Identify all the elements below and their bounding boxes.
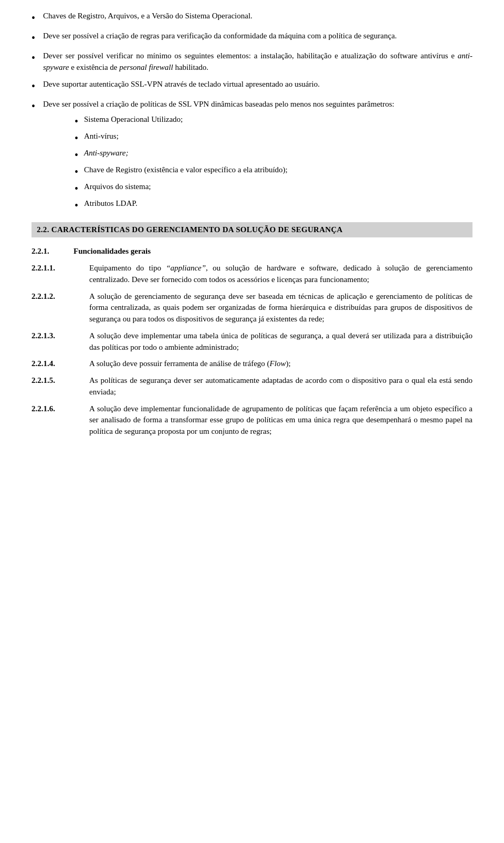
bullet-text-4: Deve suportar autenticação SSL-VPN atrav… xyxy=(43,79,472,90)
bullet-dot-5: • xyxy=(32,99,41,113)
inner-bullet-text-2: Anti-vírus; xyxy=(84,131,472,142)
section-2211-row: 2.2.1.1. Equipamento do tipo “appliance”… xyxy=(32,263,472,286)
section-heading-22: 2.2. Características do Gerenciamento da… xyxy=(32,222,472,237)
section-2211-content: Equipamento do tipo “appliance”, ou solu… xyxy=(89,263,472,286)
section-2213-row: 2.2.1.3. A solução deve implementar uma … xyxy=(32,330,472,353)
software-text: software xyxy=(391,51,418,60)
bullet-text-5: Deve ser possível a criação de políticas… xyxy=(43,99,472,217)
section-heading-number: 2.2. xyxy=(37,225,49,234)
section-221-label: 2.2.1. xyxy=(32,246,74,257)
section-2211-label: 2.2.1.1. xyxy=(32,263,89,274)
inner-bullet-text-5: Arquivos do sistema; xyxy=(84,181,472,193)
section-2214-label: 2.2.1.4. xyxy=(32,358,89,370)
inner-bullet-dot-1: • xyxy=(75,114,84,129)
section-2215-content: As políticas de segurança dever ser auto… xyxy=(89,375,472,398)
bullet-item-4: • Deve suportar autenticação SSL-VPN atr… xyxy=(32,79,472,93)
personal-firewall-text: personal firewall xyxy=(119,63,173,71)
section-2212-content: A solução de gerenciamento de segurança … xyxy=(89,291,472,325)
inner-bullets: • Sistema Operacional Utilizado; • Anti-… xyxy=(75,114,472,213)
inner-bullet-dot-6: • xyxy=(75,198,84,213)
section-2212-row: 2.2.1.2. A solução de gerenciamento de s… xyxy=(32,291,472,325)
section-2216-label: 2.2.1.6. xyxy=(32,403,89,415)
funcionalidades-title: Funcionalidades gerais xyxy=(74,247,151,255)
bullet-dot-2: • xyxy=(32,30,41,45)
bullet-text-1: Chaves de Registro, Arquivos, e a Versão… xyxy=(43,11,472,22)
inner-bullet-1: • Sistema Operacional Utilizado; xyxy=(75,114,472,129)
section-221-title: Funcionalidades gerais xyxy=(74,246,472,257)
bullet-item-3: • Dever ser possível verificar no mínimo… xyxy=(32,50,472,74)
section-2215-row: 2.2.1.5. As políticas de segurança dever… xyxy=(32,375,472,398)
inner-bullet-2: • Anti-vírus; xyxy=(75,131,472,145)
section-2213-content: A solução deve implementar uma tabela ún… xyxy=(89,330,472,353)
bullet-dot-4: • xyxy=(32,79,41,93)
inner-bullet-dot-3: • xyxy=(75,148,84,162)
inner-bullet-text-1: Sistema Operacional Utilizado; xyxy=(84,114,472,126)
section-2215-label: 2.2.1.5. xyxy=(32,375,89,387)
inner-bullet-dot-4: • xyxy=(75,164,84,179)
section-221-heading: 2.2.1. Funcionalidades gerais xyxy=(32,246,472,257)
inner-bullet-3: • Anti-spyware; xyxy=(75,148,472,162)
inner-bullet-dot-5: • xyxy=(75,181,84,196)
inner-bullet-text-4: Chave de Registro (existência e valor es… xyxy=(84,164,472,176)
bullet-item-2: • Deve ser possível a criação de regras … xyxy=(32,30,472,45)
section-2213-label: 2.2.1.3. xyxy=(32,330,89,342)
section-2216-content: A solução deve implementar funcionalidad… xyxy=(89,403,472,438)
inner-bullet-6: • Atributos LDAP. xyxy=(75,198,472,213)
bullet-text-3: Dever ser possível verificar no mínimo o… xyxy=(43,50,472,74)
bullet-item-5: • Deve ser possível a criação de polític… xyxy=(32,99,472,217)
section-2212-label: 2.2.1.2. xyxy=(32,291,89,303)
section-2216-row: 2.2.1.6. A solução deve implementar func… xyxy=(32,403,472,438)
inner-bullet-dot-2: • xyxy=(75,131,84,145)
inner-bullet-5: • Arquivos do sistema; xyxy=(75,181,472,196)
bullet-text-2: Deve ser possível a criação de regras pa… xyxy=(43,30,472,42)
bullet-dot-3: • xyxy=(32,50,41,65)
bullet-dot-1: • xyxy=(32,11,41,25)
section-heading-title: Características do Gerenciamento da Solu… xyxy=(51,225,343,234)
inner-bullet-4: • Chave de Registro (existência e valor … xyxy=(75,164,472,179)
section-2214-content: A solução deve possuir ferramenta de aná… xyxy=(89,358,472,370)
section-2214-row: 2.2.1.4. A solução deve possuir ferramen… xyxy=(32,358,472,370)
inner-bullet-text-6: Atributos LDAP. xyxy=(84,198,472,210)
inner-bullet-text-3: Anti-spyware; xyxy=(84,148,472,159)
bullet5-intro: Deve ser possível a criação de políticas… xyxy=(43,100,394,108)
bullet-item-1: • Chaves de Registro, Arquivos, e a Vers… xyxy=(32,11,472,25)
page-content: • Chaves de Registro, Arquivos, e a Vers… xyxy=(0,0,504,843)
